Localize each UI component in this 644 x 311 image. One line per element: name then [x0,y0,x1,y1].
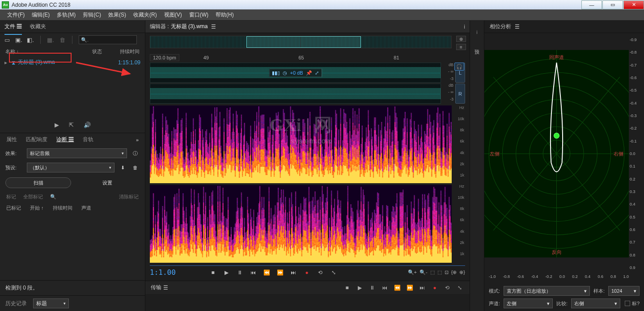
zoom-out-sel-icon[interactable]: ⊕} [459,269,465,275]
minimize-button[interactable]: — [581,0,602,9]
side-info-icon[interactable]: i [476,29,477,35]
menu-view[interactable]: 视图(V) [161,10,186,20]
spectrogram-right[interactable] [150,185,452,263]
skip-start-button[interactable]: ⏮ [248,269,258,276]
right-panel: i 预设 相位分析 ☰ 同声道 [470,21,644,311]
menu-favorites[interactable]: 收藏夹(R) [130,10,161,20]
overview-selection[interactable] [246,36,361,48]
audio-icon[interactable]: 🔊 [84,122,91,128]
preset-dropdown[interactable]: （默认）▾ [27,163,114,172]
play-icon[interactable]: ▶ [55,122,59,128]
grid-icon[interactable]: ▦. [47,37,54,43]
tab-loudness[interactable]: 匹配响度 [26,136,47,143]
clear-marks[interactable]: 清除标记 [119,193,139,200]
new-icon[interactable]: ◧. [27,37,34,43]
bottom-skip-end[interactable]: ⏭ [418,285,427,291]
tab-favorites[interactable]: 收藏夹 [30,21,46,32]
tab-properties[interactable]: 属性 [6,136,17,143]
menu-window[interactable]: 窗口(W) [186,10,212,20]
menu-effects[interactable]: 效果(S) [105,10,130,20]
tab-tracks[interactable]: 音轨 [83,136,93,143]
import-icon[interactable]: ▣. [15,37,22,43]
record-button[interactable]: ● [302,269,312,276]
zoom-out-icon[interactable]: 🔍- [419,269,428,275]
search-input[interactable]: 🔍. [79,35,137,44]
timeline-ruler[interactable]: 120.0 bpm 49 65 81 [150,54,447,62]
mark-all-option[interactable]: 全部标记 [23,193,43,200]
menu-clip[interactable]: 剪辑(C) [79,10,105,20]
bottom-record[interactable]: ● [430,285,439,291]
stop-button[interactable]: ■ [208,269,218,276]
mark-checkbox[interactable]: 标? [625,300,640,307]
bpm-display[interactable]: 120.0 bpm [150,54,179,61]
file-row[interactable]: ▸ ⧗ 无标题 (3).wma 1:15:1.09 [0,57,145,68]
close-button[interactable]: ✕ [623,0,644,9]
spectrogram-left[interactable]: GXi | 网system.com [150,105,452,183]
col-duration[interactable]: 持续时间 [108,48,140,55]
channel-dropdown[interactable]: 左侧▾ [504,298,553,308]
bottom-play[interactable]: ▶ [355,285,364,291]
skip-end-button[interactable]: ⏭ [288,269,298,276]
transport-menu-icon[interactable]: ☰ [163,285,168,291]
zoom-fit-h-icon[interactable]: ⬚ [430,269,435,275]
phase-menu-icon[interactable]: ☰ [515,24,520,30]
pause-button[interactable]: ⏸ [235,269,245,276]
zoom-in-icon[interactable]: 🔍+ [408,269,417,275]
bottom-pause[interactable]: ⏸ [368,285,377,291]
transport-label[interactable]: 传输 [151,284,161,291]
phase-chart[interactable]: 同声道 反向 左侧 右侧 [484,33,629,274]
mark-option[interactable]: 标记 [6,193,16,200]
scan-button[interactable]: 扫描 [5,177,71,188]
samples-dropdown[interactable]: 1024▾ [608,286,640,296]
zoom-fit-v-icon[interactable]: ⬚ [437,269,442,275]
overview-waveform[interactable] [150,36,452,48]
loop-icon[interactable]: ⇱ [69,122,74,128]
channel-right[interactable]: R [455,84,465,104]
editor-menu-icon[interactable]: ☰ [211,24,216,30]
compare-dropdown[interactable]: 右侧▾ [571,298,620,308]
zoom-sel-icon[interactable]: ⊡ [445,269,449,275]
rewind-button[interactable]: ⏪ [262,269,271,276]
waveform-left[interactable]: ▮▮▯ ◷ +0 dB 📌 ⤢ [150,63,441,83]
trash-icon[interactable]: 🗑 [59,37,66,43]
bottom-rewind[interactable]: ⏪ [393,285,402,291]
settings-button[interactable]: 设置 [75,177,140,188]
menu-edit[interactable]: 编辑(E) [28,10,53,20]
bottom-forward[interactable]: ⏩ [405,285,414,291]
skip-selection-button[interactable]: ⤡ [329,269,339,276]
tab-diagnostics[interactable]: 诊断 ☰ [56,136,74,143]
loop-button[interactable]: ⟲ [315,269,325,276]
play-button[interactable]: ▶ [221,269,231,276]
waveform-right[interactable] [150,84,441,104]
zoom-in-sel-icon[interactable]: {⊕ [451,269,457,275]
delete-preset-icon[interactable]: 🗑 [131,163,140,172]
more-tabs[interactable]: » [136,137,139,143]
editor-info-icon[interactable]: i [464,24,465,30]
menu-file[interactable]: 文件(F) [4,10,28,20]
bottom-skip-start[interactable]: ⏮ [380,285,389,291]
info-icon[interactable]: ⓘ [131,149,140,158]
bottom-skip[interactable]: ⤡ [455,285,464,291]
timecode[interactable]: 1:1.00 [150,268,190,277]
open-icon[interactable]: ▭ [4,37,11,43]
forward-button[interactable]: ⏩ [275,269,285,276]
col-status[interactable]: 状态 [86,48,108,55]
mode-dropdown[interactable]: 直方图（日志缩放）▾ [504,286,590,296]
bottom-loop[interactable]: ⟲ [443,285,452,291]
effect-dropdown[interactable]: 标记音频▾ [27,148,127,158]
maximize-button[interactable]: ▭ [602,0,623,9]
history-dropdown[interactable]: 标题▾ [33,298,69,308]
bottom-stop[interactable]: ■ [343,285,352,291]
mark-search-icon[interactable]: 🔍 [50,194,56,200]
expand-icon[interactable]: ▸ [4,59,7,66]
history-label[interactable]: 历史记录 [5,300,27,307]
tab-files[interactable]: 文件 ☰ [4,21,22,32]
headphone-icon[interactable]: 🎧 [454,63,464,71]
menu-multitrack[interactable]: 多轨(M) [53,10,79,20]
zoom-tool-icon[interactable]: ⊕ [456,36,466,42]
menu-help[interactable]: 帮助(H) [212,10,237,20]
col-name[interactable]: 名称 [5,49,15,54]
save-preset-icon[interactable]: ⬇ [118,163,127,172]
phase-title[interactable]: 相位分析 [490,23,511,30]
list-tool-icon[interactable]: ≡ [456,44,466,50]
